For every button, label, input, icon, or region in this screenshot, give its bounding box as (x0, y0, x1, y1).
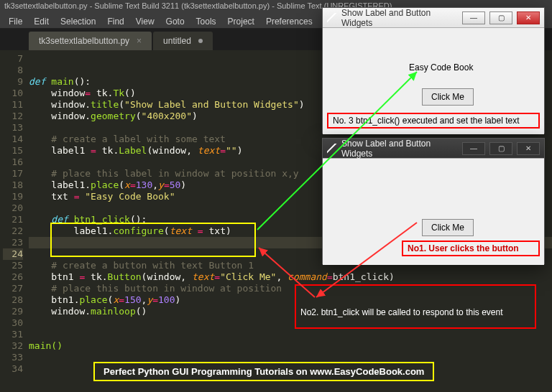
menu-preferences[interactable]: Preferences (260, 15, 318, 28)
close-button[interactable]: ✕ (517, 142, 540, 155)
annotation-3: No. 3 btn1_click() executed and set the … (327, 113, 540, 129)
menu-project[interactable]: Project (222, 15, 260, 28)
click-me-button[interactable]: Click Me (422, 88, 474, 106)
tab-label: tk3settextlabelbutton.py (39, 36, 129, 46)
tab-file[interactable]: tk3settextlabelbutton.py × (29, 32, 152, 50)
line-gutter: 7891011121314151617181920212223242526272… (0, 50, 29, 392)
annotation-1: No1. User clicks the button (402, 241, 540, 256)
banner-text: Perfect Python GUI Programming Tutorials… (93, 362, 434, 381)
tab-untitled[interactable]: untitled (153, 32, 213, 50)
callout-box-def (50, 223, 256, 257)
minimize-button[interactable]: — (462, 11, 485, 24)
menu-tools[interactable]: Tools (190, 15, 222, 28)
close-button[interactable]: ✕ (517, 11, 540, 24)
label-widget: Easy Code Book (409, 62, 473, 73)
close-icon[interactable]: × (137, 36, 142, 46)
tk-window-2: Show Label and Button Widgets — ▢ ✕ Clic… (322, 138, 545, 264)
app-icon (327, 13, 337, 23)
menu-selection[interactable]: Selection (55, 15, 101, 28)
menu-file[interactable]: File (3, 15, 28, 28)
click-me-button[interactable]: Click Me (422, 219, 474, 236)
maximize-button[interactable]: ▢ (489, 11, 512, 24)
menu-view[interactable]: View (130, 15, 160, 28)
annotation-2-box: No2. btn1_click will be called to respon… (295, 284, 536, 329)
menu-goto[interactable]: Goto (160, 15, 190, 28)
window-title: Show Label and Button Widgets (341, 8, 458, 28)
menu-edit[interactable]: Edit (28, 15, 55, 28)
annotation-2-text: No2. btn1_click will be called to respon… (300, 307, 503, 317)
minimize-button[interactable]: — (462, 142, 485, 155)
menu-find[interactable]: Find (101, 15, 129, 28)
tk-window-1: Show Label and Button Widgets — ▢ ✕ Easy… (322, 7, 545, 134)
app-icon (327, 144, 337, 154)
maximize-button[interactable]: ▢ (489, 142, 512, 155)
dirty-dot-icon (198, 39, 203, 43)
tab-label: untitled (163, 36, 191, 46)
window-title: Show Label and Button Widgets (341, 139, 458, 159)
